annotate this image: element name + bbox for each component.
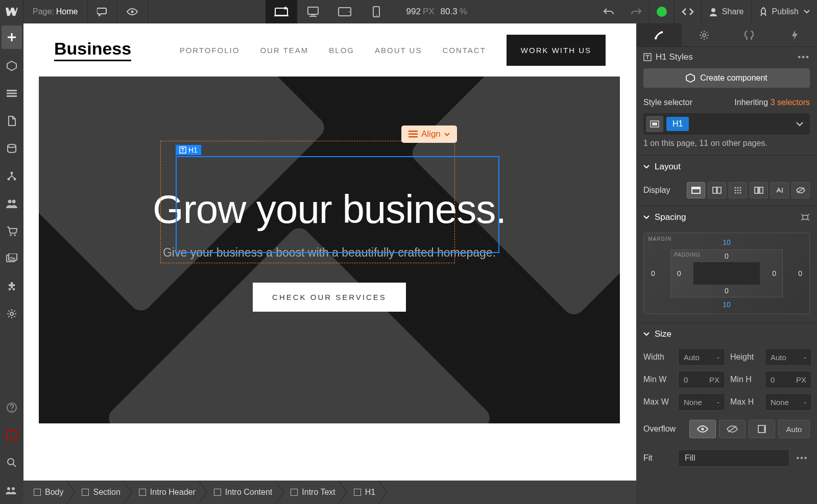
symbols-button[interactable]: [0, 52, 23, 80]
element-box-icon: [354, 489, 361, 496]
add-element-button[interactable]: [2, 26, 22, 49]
tab-style[interactable]: [636, 23, 682, 46]
nav-link[interactable]: BLOG: [329, 46, 354, 55]
margin-left[interactable]: 0: [651, 269, 655, 278]
nav-link[interactable]: CONTACT: [442, 46, 486, 55]
nav-link[interactable]: OUR TEAM: [260, 46, 308, 55]
section-size-header[interactable]: Size: [636, 323, 817, 345]
device-desktop[interactable]: [297, 0, 329, 23]
share-label: Share: [722, 7, 744, 16]
display-row: Display: [636, 178, 817, 206]
navigator-button[interactable]: [0, 80, 23, 107]
cms-button[interactable]: [0, 135, 23, 162]
selector-tag[interactable]: H1: [666, 117, 689, 131]
brand-logo[interactable]: Business: [54, 39, 131, 61]
apps-button[interactable]: [0, 272, 23, 300]
ecommerce-button[interactable]: [0, 217, 23, 245]
align-popover[interactable]: Align: [401, 125, 457, 143]
breadcrumb-item[interactable]: Intro Text: [280, 481, 344, 504]
margin-top[interactable]: 10: [723, 238, 731, 246]
page-picker[interactable]: Page: Home: [23, 0, 88, 23]
webflow-logo[interactable]: [0, 0, 23, 23]
nav-link[interactable]: PORTOFOLIO: [180, 46, 240, 55]
display-flex[interactable]: [708, 182, 726, 198]
section-spacing-header[interactable]: Spacing: [636, 206, 817, 229]
maxw-input[interactable]: None-: [678, 393, 725, 411]
canvas[interactable]: Business PORTOFOLIO OUR TEAM BLOG ABOUT …: [23, 23, 636, 481]
device-mobile[interactable]: [361, 0, 392, 23]
tab-effects[interactable]: [772, 23, 818, 46]
margin-right[interactable]: 0: [798, 269, 802, 278]
tab-interactions[interactable]: [727, 23, 772, 46]
display-none[interactable]: [791, 182, 810, 198]
selector-input[interactable]: H1: [643, 113, 810, 135]
settings-button[interactable]: [0, 300, 23, 327]
overflow-auto[interactable]: Auto: [778, 420, 810, 438]
overflow-visible[interactable]: [689, 420, 716, 438]
tab-settings[interactable]: [682, 23, 727, 46]
minw-input[interactable]: 0PX: [678, 371, 725, 388]
code-export-button[interactable]: [674, 0, 701, 23]
display-grid[interactable]: [729, 182, 747, 198]
display-block[interactable]: [687, 182, 705, 198]
preview-button[interactable]: [117, 0, 148, 23]
width-input[interactable]: Auto-: [678, 348, 725, 366]
margin-bottom[interactable]: 10: [723, 300, 731, 309]
breadcrumb-item[interactable]: Intro Header: [129, 481, 204, 504]
spacing-expand-button[interactable]: [801, 214, 810, 221]
search-button[interactable]: [0, 449, 23, 476]
device-desktop-star[interactable]: [266, 0, 297, 23]
assets-button[interactable]: [0, 245, 23, 272]
align-label: Align: [421, 129, 441, 139]
breadcrumb-item[interactable]: H1: [344, 481, 383, 504]
minh-input[interactable]: 0PX: [765, 371, 812, 388]
element-box-icon: [139, 489, 146, 496]
hero-section[interactable]: Grow your business. Give your business a…: [39, 77, 620, 423]
padding-left[interactable]: 0: [677, 269, 681, 278]
overflow-scroll[interactable]: [749, 420, 775, 438]
spacing-box-model[interactable]: MARGIN 10 0 10 0 PADDING 0 0 0 0: [643, 233, 810, 314]
section-layout: Layout Display: [636, 155, 817, 206]
user-icon: [709, 7, 718, 16]
padding-right[interactable]: 0: [772, 269, 776, 278]
audit-button[interactable]: [0, 476, 23, 504]
maxh-input[interactable]: None-: [765, 393, 812, 411]
logic-button[interactable]: [0, 162, 23, 190]
breadcrumb-item[interactable]: Body: [23, 481, 71, 504]
pages-button[interactable]: [0, 107, 23, 135]
create-component-button[interactable]: Create component: [643, 68, 810, 88]
minh-label: Min H: [730, 375, 760, 384]
comments-button[interactable]: [88, 0, 117, 23]
svg-rect-39: [692, 187, 700, 189]
height-input[interactable]: Auto-: [765, 348, 812, 366]
selector-state-button[interactable]: [646, 116, 663, 132]
breadcrumb-item[interactable]: Intro Content: [204, 481, 281, 504]
nav-link[interactable]: ABOUT US: [375, 46, 422, 55]
inheriting-info[interactable]: Inheriting 3 selectors: [734, 98, 810, 107]
padding-bottom[interactable]: 0: [725, 287, 729, 295]
fit-select[interactable]: Fill: [678, 449, 789, 467]
users-button[interactable]: [0, 190, 23, 217]
share-button[interactable]: Share: [701, 0, 751, 23]
fit-more-button[interactable]: •••: [795, 453, 810, 463]
publish-button[interactable]: Publish: [751, 0, 817, 23]
rocket-icon: [759, 7, 768, 16]
display-inline[interactable]: [771, 182, 789, 198]
undo-button[interactable]: [596, 0, 622, 23]
panel-title-row: H1 Styles •••: [636, 47, 817, 64]
status-indicator[interactable]: [649, 0, 674, 23]
section-layout-header[interactable]: Layout: [636, 156, 817, 178]
padding-top[interactable]: 0: [725, 252, 729, 260]
help-button[interactable]: [0, 394, 23, 421]
hero-cta-button[interactable]: CHECK OUR SERVICES: [253, 283, 406, 312]
panel-more-button[interactable]: •••: [798, 52, 810, 62]
device-tablet[interactable]: [329, 0, 361, 23]
overflow-hidden[interactable]: [719, 420, 746, 438]
video-button[interactable]: [0, 421, 23, 449]
redo-button[interactable]: [622, 0, 649, 23]
display-inline-block[interactable]: [750, 182, 768, 198]
breadcrumb-item[interactable]: Section: [71, 481, 128, 504]
selection-label[interactable]: H1: [176, 145, 201, 155]
nav-cta-button[interactable]: WORK WITH US: [507, 35, 606, 66]
selector-dropdown[interactable]: [792, 122, 807, 127]
